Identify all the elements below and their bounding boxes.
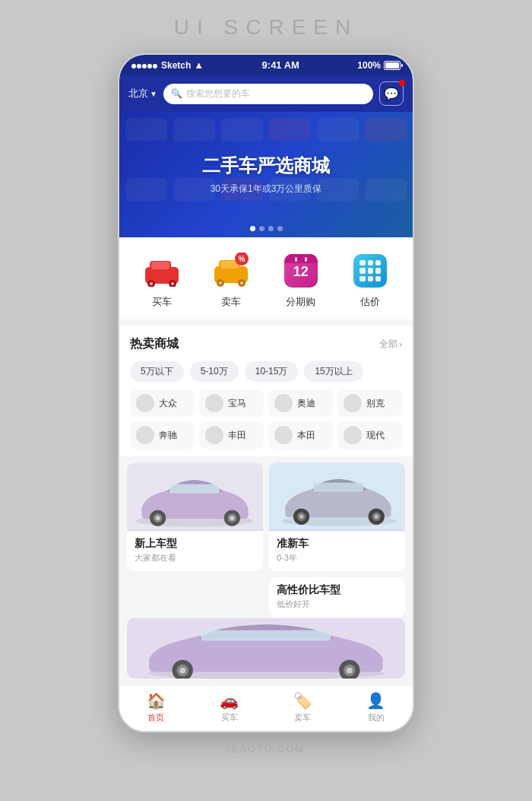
- brand-logo-benz: [136, 426, 154, 444]
- brand-buick[interactable]: 别克: [337, 389, 402, 417]
- status-left: Sketch ▲: [131, 59, 204, 71]
- brand-name-hyundai: 现代: [366, 429, 385, 442]
- nav-label-home: 首页: [147, 712, 164, 723]
- menu-label-buy: 买车: [152, 295, 172, 309]
- calc-btn-4: [359, 268, 365, 273]
- svg-text:%: %: [239, 255, 245, 263]
- nav-item-buy[interactable]: 🚗 买车: [193, 691, 267, 723]
- menu-item-installment[interactable]: 12 分期购: [281, 251, 321, 309]
- sell-car-icon-wrap: %: [211, 251, 251, 291]
- menu-item-sell[interactable]: % 卖车: [211, 251, 251, 309]
- main-content: 买车: [119, 237, 413, 685]
- new-model-subtitle: 大家都在看: [135, 552, 255, 564]
- banner-car-12: [365, 178, 407, 201]
- brand-name-toyota: 丰田: [228, 429, 246, 442]
- calc-btn-3: [375, 260, 381, 265]
- new-model-title: 新上车型: [135, 537, 255, 551]
- new-model-image: [127, 462, 263, 531]
- sell-car-icon: %: [211, 253, 251, 289]
- quasi-new-title: 准新车: [277, 537, 397, 551]
- brand-benz[interactable]: 奔驰: [130, 421, 195, 449]
- brand-logo-buick: [344, 394, 362, 412]
- quasi-new-info: 准新车 0-3年: [269, 531, 405, 571]
- search-bar[interactable]: 🔍 搜索您想要的车: [163, 84, 373, 104]
- price-tag-0[interactable]: 5万以下: [130, 361, 184, 382]
- menu-item-buy[interactable]: 买车: [142, 251, 182, 309]
- car-cards-grid: 新上车型 大家都在看: [127, 462, 405, 618]
- menu-item-estimate[interactable]: 估价: [350, 251, 390, 309]
- brand-bmw[interactable]: 宝马: [199, 389, 264, 417]
- brand-name-benz: 奔驰: [159, 429, 177, 442]
- nav-label-sell: 卖车: [294, 712, 311, 723]
- banner-car-1: [125, 118, 167, 141]
- card-new-model[interactable]: 新上车型 大家都在看: [127, 462, 263, 571]
- nav-label-mine: 我的: [368, 712, 385, 723]
- svg-point-35: [374, 514, 378, 519]
- brand-name-honda: 本田: [297, 429, 315, 442]
- brand-logo-bmw: [205, 394, 223, 412]
- card-bottom-partial[interactable]: [127, 618, 405, 679]
- card-quasi-new[interactable]: 准新车 0-3年: [269, 462, 405, 571]
- time-label: 9:41 AM: [262, 59, 299, 71]
- hot-mall-title: 热卖商城: [130, 336, 179, 352]
- battery-fill: [385, 62, 399, 68]
- nav-item-home[interactable]: 🏠 首页: [119, 691, 193, 723]
- chevron-right-icon: ›: [399, 339, 402, 350]
- bottom-car-image: [127, 618, 405, 679]
- message-icon: 💬: [384, 87, 399, 101]
- banner-car-5: [317, 118, 359, 141]
- banner-car-6: [365, 118, 407, 141]
- calc-btn-2: [368, 260, 373, 265]
- buy-nav-icon: 🚗: [220, 691, 239, 710]
- banner-dot-3: [268, 226, 274, 231]
- message-button[interactable]: 💬: [379, 81, 404, 106]
- brand-hyundai[interactable]: 现代: [337, 421, 402, 449]
- hero-banner[interactable]: 二手车严选商城 30天承保1年或3万公里质保: [119, 112, 413, 237]
- message-badge: [399, 80, 405, 86]
- buy-car-icon-wrap: [142, 251, 182, 291]
- card-value[interactable]: 高性价比车型 低价好开: [269, 577, 405, 618]
- banner-car-2: [173, 118, 215, 141]
- brand-toyota[interactable]: 丰田: [199, 421, 264, 449]
- status-right: 100%: [357, 60, 401, 71]
- estimate-icon-wrap: [350, 251, 390, 291]
- location-arrow-icon: ▼: [150, 90, 157, 98]
- new-model-car-svg: [127, 462, 263, 531]
- price-tag-3[interactable]: 15万以上: [304, 361, 363, 382]
- hot-mall-more-button[interactable]: 全部 ›: [379, 338, 402, 351]
- calc-btn-7: [359, 276, 365, 281]
- quasi-new-image: [269, 462, 405, 531]
- brand-volkswagen[interactable]: 大众: [130, 389, 195, 417]
- brand-name-buick: 别克: [366, 397, 385, 410]
- banner-dot-1: [250, 226, 255, 231]
- bottom-car-svg: [127, 618, 405, 679]
- banner-dot-2: [259, 226, 264, 231]
- bottom-navigation: 🏠 首页 🚗 买车 🏷️ 卖车 👤 我的: [119, 685, 413, 731]
- brand-name-bmw: 宝马: [228, 397, 246, 410]
- svg-point-23: [156, 516, 160, 520]
- nav-item-sell[interactable]: 🏷️ 卖车: [266, 691, 340, 723]
- svg-rect-17: [305, 257, 307, 262]
- nav-item-mine[interactable]: 👤 我的: [340, 691, 413, 723]
- brand-logo-volkswagen: [136, 394, 154, 412]
- brand-logo-audi: [274, 394, 293, 412]
- nav-label-buy: 买车: [221, 712, 238, 723]
- brand-audi[interactable]: 奥迪: [268, 389, 333, 417]
- phone-frame: Sketch ▲ 9:41 AM 100% 北京 ▼ 🔍 搜索您想要的车: [118, 53, 414, 733]
- price-tag-1[interactable]: 5-10万: [190, 361, 239, 382]
- outer-wrapper: UI SCREEN Sketch ▲ 9:41 AM 100% 北京: [0, 0, 532, 801]
- brand-honda[interactable]: 本田: [268, 421, 333, 449]
- calendar-number: 12: [293, 265, 309, 278]
- quasi-new-subtitle: 0-3年: [277, 552, 397, 564]
- price-tag-2[interactable]: 10-15万: [245, 361, 299, 382]
- calendar-icon: 12: [284, 254, 318, 288]
- value-subtitle: 低价好开: [277, 599, 397, 610]
- hot-mall-section: 热卖商城 全部 › 5万以下 5-10万 10-15万 15万以上 大众: [119, 326, 413, 456]
- brand-name-audi: 奥迪: [297, 397, 315, 410]
- svg-rect-29: [313, 483, 363, 492]
- search-icon: 🔍: [171, 88, 182, 99]
- home-icon: 🏠: [147, 691, 166, 710]
- svg-point-32: [299, 514, 304, 519]
- location-button[interactable]: 北京 ▼: [128, 87, 157, 100]
- car-cards-wrapper: 新上车型 大家都在看: [119, 456, 413, 685]
